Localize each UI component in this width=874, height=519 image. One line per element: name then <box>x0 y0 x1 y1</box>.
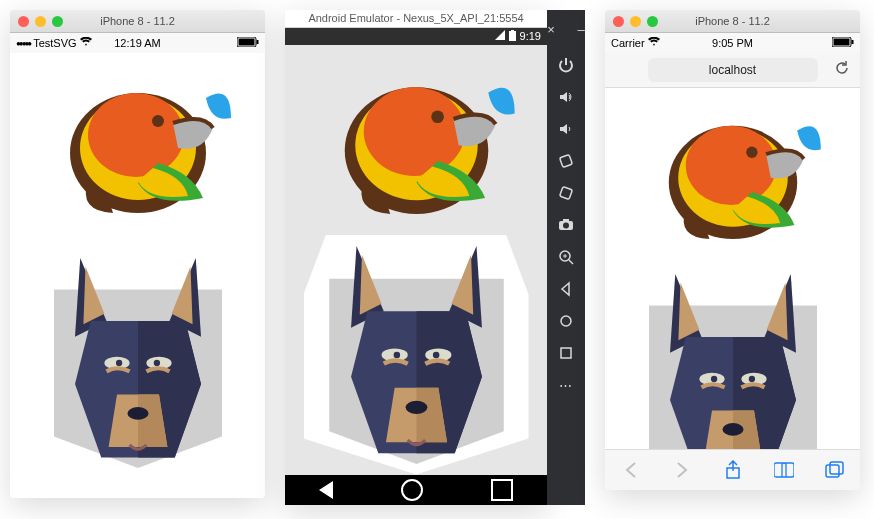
ios-safari-window: iPhone 8 - 11.2 Carrier 9:05 PM localhos… <box>605 10 860 490</box>
ios-simulator-window: iPhone 8 - 11.2 ●●●●● TestSVG 12:19 AM <box>10 10 265 498</box>
rotate-left-icon[interactable] <box>555 150 577 172</box>
nav-back-icon[interactable] <box>620 459 642 481</box>
safari-content <box>605 88 860 449</box>
parrot-illustration <box>304 45 529 235</box>
nav-back-button[interactable] <box>319 481 333 499</box>
back-icon[interactable] <box>555 278 577 300</box>
power-icon[interactable] <box>555 54 577 76</box>
zoom-window-button[interactable] <box>647 16 658 27</box>
svg-point-17 <box>563 223 569 229</box>
reload-icon[interactable] <box>834 60 850 80</box>
minimize-window-button[interactable] <box>630 16 641 27</box>
svg-rect-12 <box>509 31 516 41</box>
url-field[interactable]: localhost <box>648 58 818 82</box>
battery-icon <box>832 37 854 49</box>
minimize-window-button[interactable] <box>35 16 46 27</box>
safari-bottom-toolbar <box>605 449 860 490</box>
share-icon[interactable] <box>722 459 744 481</box>
svg-rect-26 <box>834 39 850 46</box>
parrot-illustration <box>33 53 243 233</box>
rotate-right-icon[interactable] <box>555 182 577 204</box>
svg-rect-27 <box>852 40 854 44</box>
svg-rect-15 <box>560 187 573 200</box>
signal-dots-icon: ●●●●● <box>16 39 30 48</box>
zoom-icon[interactable] <box>555 246 577 268</box>
svg-rect-13 <box>511 30 514 31</box>
camera-icon[interactable] <box>555 214 577 236</box>
safari-sim-titlebar: iPhone 8 - 11.2 <box>605 10 860 33</box>
ios-status-bar: ●●●●● TestSVG 12:19 AM <box>10 33 265 53</box>
android-clock: 9:19 <box>520 30 541 42</box>
battery-icon <box>509 30 516 43</box>
nav-home-button[interactable] <box>401 479 423 501</box>
parrot-illustration <box>628 88 838 258</box>
volume-up-icon[interactable] <box>555 86 577 108</box>
svg-line-20 <box>569 260 573 264</box>
android-status-bar: 9:19 <box>285 28 547 45</box>
doberman-illustration <box>304 235 529 475</box>
window-controls <box>18 16 63 27</box>
svg-rect-10 <box>239 39 255 46</box>
svg-rect-18 <box>563 219 569 222</box>
battery-icon <box>237 37 259 49</box>
ios-sim-titlebar: iPhone 8 - 11.2 <box>10 10 265 33</box>
android-emulator-window: Android Emulator - Nexus_5X_API_21:5554 … <box>285 10 585 505</box>
tabs-icon[interactable] <box>824 459 846 481</box>
app-name-label: TestSVG <box>33 37 76 49</box>
android-app-content <box>285 45 547 475</box>
svg-rect-11 <box>257 40 259 44</box>
url-text: localhost <box>709 63 756 77</box>
window-controls <box>613 16 658 27</box>
nav-recent-button[interactable] <box>491 479 513 501</box>
carrier-label: Carrier <box>611 37 645 49</box>
safari-url-bar: localhost <box>605 53 860 88</box>
wifi-icon <box>648 37 660 49</box>
svg-point-23 <box>561 316 571 326</box>
android-nav-bar <box>285 475 547 505</box>
recent-icon[interactable] <box>555 342 577 364</box>
more-icon[interactable]: ⋯ <box>555 374 577 396</box>
close-window-button[interactable] <box>613 16 624 27</box>
bookmarks-icon[interactable] <box>773 459 795 481</box>
doberman-illustration <box>33 233 243 493</box>
emulator-minimize-button[interactable]: – <box>570 18 592 40</box>
home-icon[interactable] <box>555 310 577 332</box>
emulator-close-button[interactable]: × <box>540 18 562 40</box>
android-window-title: Android Emulator - Nexus_5X_API_21:5554 <box>285 10 547 28</box>
close-window-button[interactable] <box>18 16 29 27</box>
cellular-icon <box>495 30 505 42</box>
emulator-toolbar: × – ⋯ <box>547 10 585 505</box>
ios-status-bar: Carrier 9:05 PM <box>605 33 860 53</box>
nav-forward-icon[interactable] <box>671 459 693 481</box>
ios-app-content <box>10 53 265 498</box>
wifi-icon <box>80 37 92 49</box>
svg-rect-30 <box>830 462 843 474</box>
svg-rect-24 <box>561 348 571 358</box>
svg-rect-29 <box>826 465 839 477</box>
zoom-window-button[interactable] <box>52 16 63 27</box>
doberman-illustration <box>628 258 838 449</box>
volume-down-icon[interactable] <box>555 118 577 140</box>
svg-rect-14 <box>560 155 573 168</box>
